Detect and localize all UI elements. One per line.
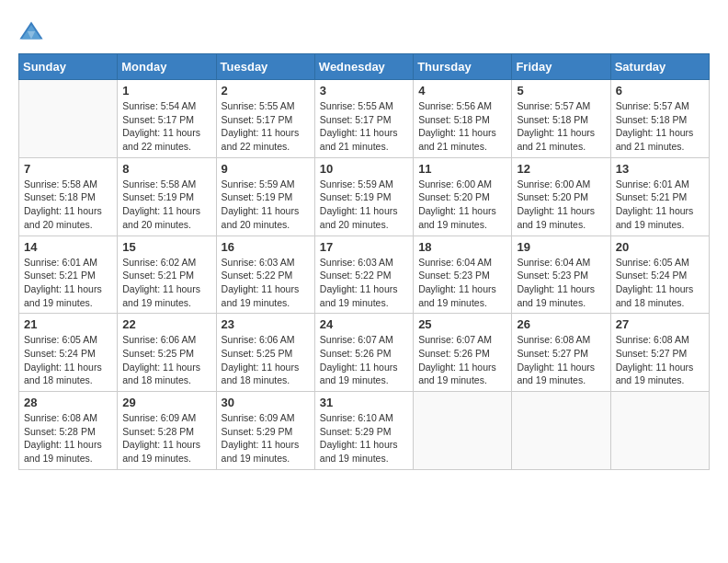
day-info: Sunrise: 6:08 AM Sunset: 5:27 PM Dayligh… <box>616 333 704 387</box>
column-header-saturday: Saturday <box>610 54 709 80</box>
calendar-week-row: 21Sunrise: 6:05 AM Sunset: 5:24 PM Dayli… <box>19 314 710 392</box>
day-info: Sunrise: 6:07 AM Sunset: 5:26 PM Dayligh… <box>418 333 506 387</box>
calendar-cell: 12Sunrise: 6:00 AM Sunset: 5:20 PM Dayli… <box>512 157 610 236</box>
calendar-cell: 27Sunrise: 6:08 AM Sunset: 5:27 PM Dayli… <box>610 314 709 392</box>
day-number: 11 <box>418 162 506 176</box>
day-number: 5 <box>517 84 605 98</box>
calendar-header-row: SundayMondayTuesdayWednesdayThursdayFrid… <box>19 54 710 80</box>
day-info: Sunrise: 6:06 AM Sunset: 5:25 PM Dayligh… <box>222 333 310 387</box>
day-number: 8 <box>122 162 210 176</box>
day-info: Sunrise: 6:01 AM Sunset: 5:21 PM Dayligh… <box>24 256 112 310</box>
day-number: 14 <box>24 240 112 254</box>
day-info: Sunrise: 6:08 AM Sunset: 5:28 PM Dayligh… <box>24 411 112 465</box>
day-number: 26 <box>517 317 605 331</box>
day-number: 15 <box>122 240 210 254</box>
calendar-cell: 14Sunrise: 6:01 AM Sunset: 5:21 PM Dayli… <box>19 236 118 314</box>
calendar-cell <box>19 80 118 158</box>
calendar-cell: 22Sunrise: 6:06 AM Sunset: 5:25 PM Dayli… <box>118 314 216 392</box>
calendar-cell: 30Sunrise: 6:09 AM Sunset: 5:29 PM Dayli… <box>216 392 314 470</box>
column-header-thursday: Thursday <box>414 54 512 80</box>
day-info: Sunrise: 5:59 AM Sunset: 5:19 PM Dayligh… <box>320 178 408 232</box>
day-info: Sunrise: 5:55 AM Sunset: 5:17 PM Dayligh… <box>222 99 310 154</box>
calendar-cell: 16Sunrise: 6:03 AM Sunset: 5:22 PM Dayli… <box>216 236 314 314</box>
calendar-cell: 25Sunrise: 6:07 AM Sunset: 5:26 PM Dayli… <box>414 314 512 392</box>
calendar-table: SundayMondayTuesdayWednesdayThursdayFrid… <box>18 53 710 470</box>
day-info: Sunrise: 5:57 AM Sunset: 5:18 PM Dayligh… <box>616 99 704 154</box>
calendar-cell: 1Sunrise: 5:54 AM Sunset: 5:17 PM Daylig… <box>118 80 216 158</box>
day-number: 20 <box>616 240 704 254</box>
day-number: 30 <box>222 396 310 409</box>
day-number: 17 <box>320 240 408 254</box>
day-number: 6 <box>616 84 704 98</box>
calendar-cell: 31Sunrise: 6:10 AM Sunset: 5:29 PM Dayli… <box>314 392 413 470</box>
day-info: Sunrise: 5:54 AM Sunset: 5:17 PM Dayligh… <box>122 99 210 154</box>
column-header-tuesday: Tuesday <box>216 54 314 80</box>
day-info: Sunrise: 6:05 AM Sunset: 5:24 PM Dayligh… <box>24 333 112 387</box>
day-number: 16 <box>222 240 310 254</box>
day-number: 21 <box>24 317 112 331</box>
day-number: 24 <box>320 317 408 331</box>
calendar-week-row: 14Sunrise: 6:01 AM Sunset: 5:21 PM Dayli… <box>19 236 710 314</box>
calendar-cell: 6Sunrise: 5:57 AM Sunset: 5:18 PM Daylig… <box>610 80 709 158</box>
day-number: 13 <box>616 162 704 176</box>
day-number: 4 <box>418 84 506 98</box>
day-number: 23 <box>222 317 310 331</box>
page-header <box>18 18 710 44</box>
day-info: Sunrise: 5:59 AM Sunset: 5:19 PM Dayligh… <box>222 178 310 232</box>
column-header-friday: Friday <box>512 54 610 80</box>
day-info: Sunrise: 6:09 AM Sunset: 5:29 PM Dayligh… <box>222 411 310 465</box>
calendar-cell: 11Sunrise: 6:00 AM Sunset: 5:20 PM Dayli… <box>414 157 512 236</box>
calendar-cell: 10Sunrise: 5:59 AM Sunset: 5:19 PM Dayli… <box>314 157 413 236</box>
day-number: 25 <box>418 317 506 331</box>
day-info: Sunrise: 6:03 AM Sunset: 5:22 PM Dayligh… <box>222 256 310 310</box>
calendar-cell: 28Sunrise: 6:08 AM Sunset: 5:28 PM Dayli… <box>19 392 118 470</box>
logo <box>18 18 48 44</box>
calendar-cell: 17Sunrise: 6:03 AM Sunset: 5:22 PM Dayli… <box>314 236 413 314</box>
calendar-cell: 18Sunrise: 6:04 AM Sunset: 5:23 PM Dayli… <box>414 236 512 314</box>
logo-icon <box>18 18 44 44</box>
day-info: Sunrise: 6:02 AM Sunset: 5:21 PM Dayligh… <box>122 256 210 310</box>
day-info: Sunrise: 6:03 AM Sunset: 5:22 PM Dayligh… <box>320 256 408 310</box>
column-header-sunday: Sunday <box>19 54 118 80</box>
calendar-week-row: 7Sunrise: 5:58 AM Sunset: 5:18 PM Daylig… <box>19 157 710 236</box>
day-number: 29 <box>122 396 210 409</box>
day-info: Sunrise: 6:06 AM Sunset: 5:25 PM Dayligh… <box>122 333 210 387</box>
calendar-cell: 8Sunrise: 5:58 AM Sunset: 5:19 PM Daylig… <box>118 157 216 236</box>
day-number: 31 <box>320 396 408 409</box>
day-number: 7 <box>24 162 112 176</box>
day-info: Sunrise: 5:58 AM Sunset: 5:18 PM Dayligh… <box>24 178 112 232</box>
day-info: Sunrise: 6:10 AM Sunset: 5:29 PM Dayligh… <box>320 411 408 465</box>
calendar-cell: 19Sunrise: 6:04 AM Sunset: 5:23 PM Dayli… <box>512 236 610 314</box>
day-info: Sunrise: 6:04 AM Sunset: 5:23 PM Dayligh… <box>418 256 506 310</box>
calendar-cell: 29Sunrise: 6:09 AM Sunset: 5:28 PM Dayli… <box>118 392 216 470</box>
calendar-cell: 2Sunrise: 5:55 AM Sunset: 5:17 PM Daylig… <box>216 80 314 158</box>
column-header-monday: Monday <box>118 54 216 80</box>
day-number: 2 <box>222 84 310 98</box>
calendar-cell <box>414 392 512 470</box>
day-info: Sunrise: 6:05 AM Sunset: 5:24 PM Dayligh… <box>616 256 704 310</box>
day-info: Sunrise: 5:58 AM Sunset: 5:19 PM Dayligh… <box>122 178 210 232</box>
day-info: Sunrise: 6:00 AM Sunset: 5:20 PM Dayligh… <box>418 178 506 232</box>
day-info: Sunrise: 5:56 AM Sunset: 5:18 PM Dayligh… <box>418 99 506 154</box>
day-number: 19 <box>517 240 605 254</box>
day-number: 28 <box>24 396 112 409</box>
calendar-cell: 24Sunrise: 6:07 AM Sunset: 5:26 PM Dayli… <box>314 314 413 392</box>
day-info: Sunrise: 6:04 AM Sunset: 5:23 PM Dayligh… <box>517 256 605 310</box>
day-info: Sunrise: 6:08 AM Sunset: 5:27 PM Dayligh… <box>517 333 605 387</box>
day-info: Sunrise: 6:07 AM Sunset: 5:26 PM Dayligh… <box>320 333 408 387</box>
day-number: 10 <box>320 162 408 176</box>
day-number: 27 <box>616 317 704 331</box>
calendar-cell: 7Sunrise: 5:58 AM Sunset: 5:18 PM Daylig… <box>19 157 118 236</box>
day-info: Sunrise: 6:09 AM Sunset: 5:28 PM Dayligh… <box>122 411 210 465</box>
day-number: 22 <box>122 317 210 331</box>
calendar-cell: 20Sunrise: 6:05 AM Sunset: 5:24 PM Dayli… <box>610 236 709 314</box>
calendar-cell: 26Sunrise: 6:08 AM Sunset: 5:27 PM Dayli… <box>512 314 610 392</box>
calendar-cell: 4Sunrise: 5:56 AM Sunset: 5:18 PM Daylig… <box>414 80 512 158</box>
calendar-cell: 23Sunrise: 6:06 AM Sunset: 5:25 PM Dayli… <box>216 314 314 392</box>
day-number: 12 <box>517 162 605 176</box>
column-header-wednesday: Wednesday <box>314 54 413 80</box>
day-info: Sunrise: 6:00 AM Sunset: 5:20 PM Dayligh… <box>517 178 605 232</box>
calendar-cell: 5Sunrise: 5:57 AM Sunset: 5:18 PM Daylig… <box>512 80 610 158</box>
day-number: 3 <box>320 84 408 98</box>
day-info: Sunrise: 6:01 AM Sunset: 5:21 PM Dayligh… <box>616 178 704 232</box>
